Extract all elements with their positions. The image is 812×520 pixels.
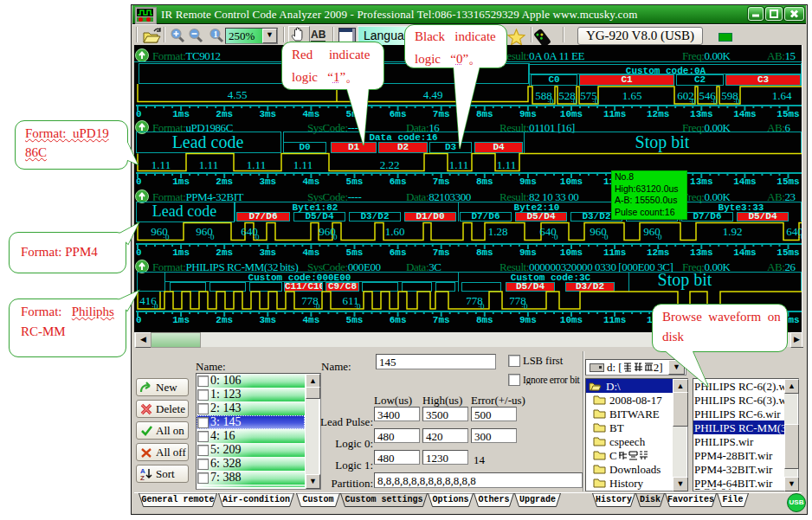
svg-text:1: 1 xyxy=(214,29,218,39)
svg-text:Z: Z xyxy=(140,474,145,481)
